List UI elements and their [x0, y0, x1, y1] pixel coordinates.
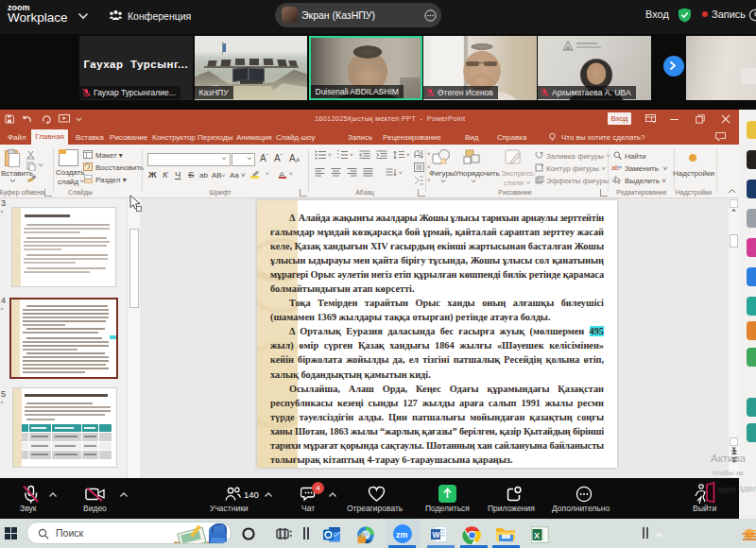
svg-text:X: X: [534, 531, 540, 540]
svg-text:ab: ab: [611, 164, 619, 171]
svg-text:W: W: [433, 530, 441, 539]
